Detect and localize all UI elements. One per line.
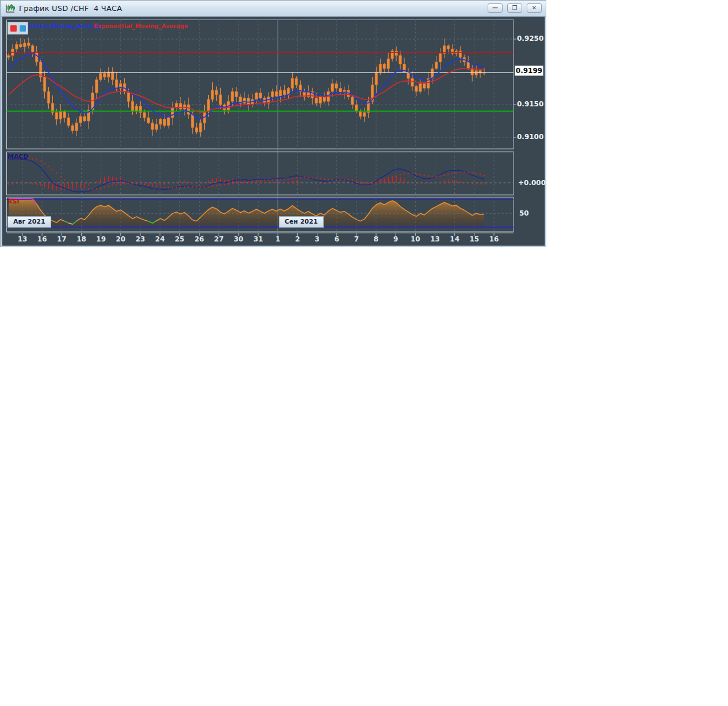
x-axis-label: 9 bbox=[387, 235, 404, 243]
chart-canvas[interactable] bbox=[1, 1, 546, 247]
price-axis-label: 0.9250 bbox=[517, 34, 545, 43]
close-button[interactable]: ✕ bbox=[527, 3, 542, 13]
price-axis-label: 0.9150 bbox=[517, 100, 545, 108]
x-axis-label: 31 bbox=[250, 235, 267, 243]
indicator-button-blue[interactable] bbox=[19, 25, 26, 32]
x-axis-label: 13 bbox=[14, 235, 31, 243]
window-controls: —❐✕ bbox=[483, 3, 542, 13]
x-axis-label: 30 bbox=[230, 235, 247, 243]
x-axis-label: 17 bbox=[53, 235, 70, 243]
maximize-button[interactable]: ❐ bbox=[507, 3, 522, 13]
month-tag-aug: Авг 2021 bbox=[7, 216, 51, 228]
chart-window: График USD /CHF 4 ЧАСА —❐✕ Exponential_M… bbox=[0, 0, 546, 247]
macd-label: MACD bbox=[7, 153, 29, 160]
x-axis-label: 23 bbox=[132, 235, 149, 243]
x-axis-label: 16 bbox=[33, 235, 51, 243]
x-axis-label: 14 bbox=[446, 235, 463, 243]
titlebar[interactable]: График USD /CHF 4 ЧАСА —❐✕ bbox=[1, 1, 546, 17]
x-axis-label: 7 bbox=[348, 235, 365, 243]
month-tag-sep: Сен 2021 bbox=[279, 216, 324, 228]
x-axis-label: 19 bbox=[93, 235, 110, 243]
rsi-label: RSI bbox=[7, 198, 20, 205]
x-axis-label: 13 bbox=[427, 235, 444, 243]
x-axis-label: 10 bbox=[407, 235, 424, 243]
x-axis-label: 26 bbox=[191, 235, 208, 243]
x-axis-label: 16 bbox=[485, 235, 503, 243]
macd-zero-label: +0.000 bbox=[518, 179, 546, 187]
indicator-buttons bbox=[7, 22, 28, 34]
rsi-mid-label: 50 bbox=[519, 209, 529, 217]
x-axis-label: 18 bbox=[73, 235, 90, 243]
x-axis-label: 2 bbox=[289, 235, 306, 243]
candlestick-chart-icon bbox=[5, 3, 16, 14]
window-title: График USD /CHF 4 ЧАСА bbox=[19, 4, 122, 13]
x-axis-label: 1 bbox=[269, 235, 286, 243]
x-axis-label: 25 bbox=[171, 235, 188, 243]
x-axis-label: 27 bbox=[210, 235, 228, 243]
legend-ema-slow-label: Exponential_Moving_Average bbox=[94, 23, 188, 29]
x-axis-label: 6 bbox=[328, 235, 346, 243]
indicator-button-red[interactable] bbox=[10, 25, 17, 32]
price-axis-label: 0.9100 bbox=[517, 133, 545, 141]
x-axis-label: 8 bbox=[367, 235, 385, 243]
x-axis-label: 15 bbox=[466, 235, 483, 243]
current-price-tag: 0.9199 bbox=[515, 66, 543, 76]
minimize-button[interactable]: — bbox=[488, 3, 503, 13]
x-axis-label: 3 bbox=[309, 235, 326, 243]
x-axis-label: 24 bbox=[151, 235, 168, 243]
x-axis-label: 20 bbox=[112, 235, 129, 243]
